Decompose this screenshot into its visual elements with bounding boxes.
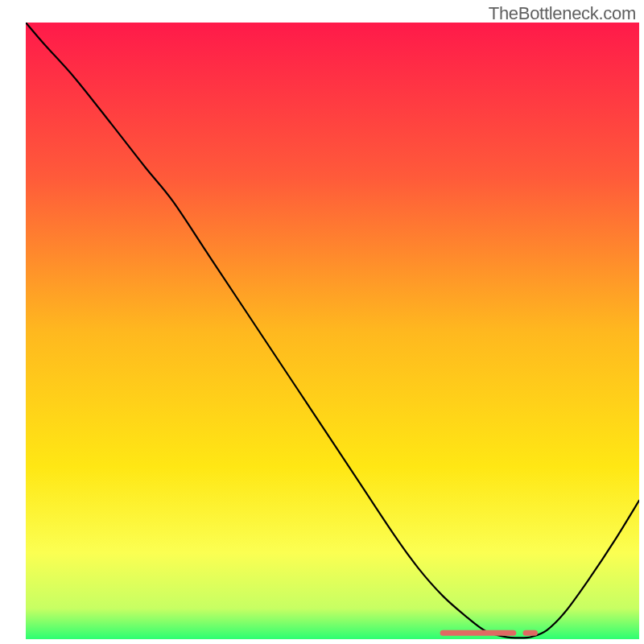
plot-background [26, 23, 639, 639]
watermark-text: TheBottleneck.com [489, 3, 636, 24]
bottleneck-chart [0, 0, 644, 644]
chart-container: TheBottleneck.com [0, 0, 644, 644]
